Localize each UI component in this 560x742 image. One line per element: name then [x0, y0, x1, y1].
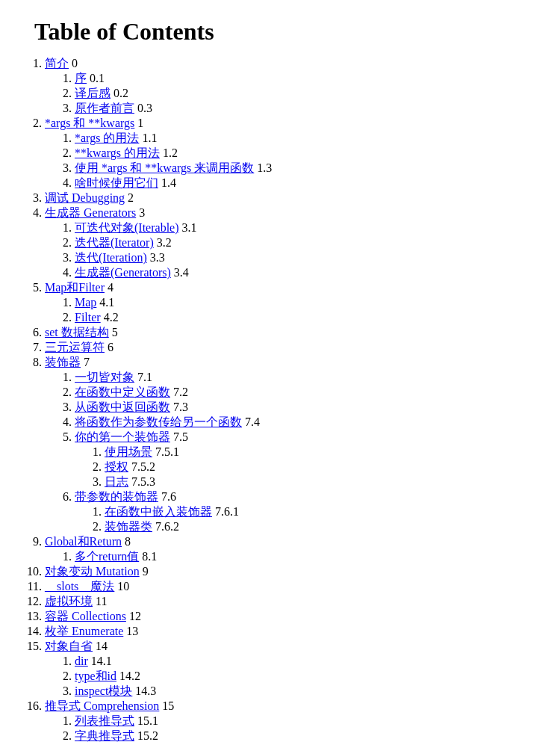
toc-item: 列表推导式 15.1 — [75, 714, 545, 729]
toc-link[interactable]: 在函数中嵌入装饰器 — [105, 505, 212, 518]
toc-link[interactable]: **kwargs 的用法 — [75, 146, 160, 159]
toc-list: 简介 0序 0.1译后感 0.2原作者前言 0.3*args 和 **kwarg… — [15, 56, 545, 742]
toc-item: dir 14.1 — [75, 654, 545, 669]
toc-link[interactable]: 将函数作为参数传给另一个函数 — [75, 415, 242, 428]
toc-number: 14 — [93, 640, 108, 652]
toc-number: 15.1 — [134, 714, 158, 727]
toc-sublist: 在函数中嵌入装饰器 7.6.1装饰器类 7.6.2 — [75, 504, 545, 534]
toc-number: 3 — [136, 206, 145, 219]
toc-number: 12 — [126, 610, 141, 622]
toc-number: 7.5.2 — [128, 460, 155, 473]
toc-link[interactable]: *args 和 **kwargs — [45, 117, 134, 129]
toc-item: 容器 Collections 12 — [45, 609, 545, 624]
toc-number: 0.3 — [134, 102, 152, 114]
toc-link[interactable]: 调试 Debugging — [45, 191, 125, 204]
toc-number: 3.1 — [179, 221, 197, 234]
toc-number: 10 — [114, 580, 129, 593]
toc-item: 从函数中返回函数 7.3 — [75, 400, 545, 415]
toc-number: 7.2 — [170, 386, 188, 398]
toc-item: Global和Return 8多个return值 8.1 — [45, 534, 545, 564]
toc-number: 2 — [125, 191, 134, 204]
toc-number: 0.2 — [111, 87, 128, 99]
toc-link[interactable]: 装饰器 — [45, 356, 81, 368]
toc-link[interactable]: 多个return值 — [75, 550, 139, 563]
toc-number: 7.6 — [158, 490, 176, 503]
toc-sublist: 序 0.1译后感 0.2原作者前言 0.3 — [45, 71, 545, 116]
toc-item: 可迭代对象(Iterable) 3.1 — [75, 220, 545, 235]
toc-link[interactable]: 容器 Collections — [45, 610, 126, 622]
toc-link[interactable]: 虚拟环境 — [45, 595, 93, 607]
toc-link[interactable]: 列表推导式 — [75, 714, 134, 727]
toc-link[interactable]: 三元运算符 — [45, 341, 105, 353]
toc-link[interactable]: 使用场景 — [105, 445, 152, 458]
toc-link[interactable]: Map和Filter — [45, 281, 105, 294]
toc-item: 生成器 Generators 3可迭代对象(Iterable) 3.1迭代器(I… — [45, 205, 545, 280]
toc-link[interactable]: 推导式 Comprehension — [45, 699, 159, 712]
toc-number: 8.1 — [139, 550, 157, 563]
toc-item: 装饰器类 7.6.2 — [105, 519, 545, 534]
toc-link[interactable]: 译后感 — [75, 87, 111, 99]
toc-link[interactable]: 简介 — [45, 57, 69, 69]
toc-link[interactable]: Filter — [75, 311, 101, 324]
toc-link[interactable]: 从函数中返回函数 — [75, 401, 170, 413]
toc-link[interactable]: 日志 — [105, 475, 128, 488]
toc-link[interactable]: 对象变动 Mutation — [45, 565, 140, 578]
toc-link[interactable]: __slots__魔法 — [45, 580, 114, 593]
toc-number: 14.3 — [132, 684, 156, 697]
toc-link[interactable]: 带参数的装饰器 — [75, 490, 158, 503]
toc-sublist: 可迭代对象(Iterable) 3.1迭代器(Iterator) 3.2迭代(I… — [45, 220, 545, 280]
toc-number: 7.4 — [242, 415, 260, 428]
toc-link[interactable]: *args 的用法 — [75, 132, 139, 144]
toc-number: 14.2 — [116, 670, 140, 682]
toc-item: 推导式 Comprehension 15列表推导式 15.1字典推导式 15.2… — [45, 699, 545, 742]
toc-number: 1.4 — [158, 176, 176, 189]
toc-link[interactable]: 枚举 Enumerate — [45, 625, 123, 637]
toc-link[interactable]: 使用 *args 和 **kwargs 来调用函数 — [75, 161, 254, 174]
toc-item: 使用场景 7.5.1 — [105, 445, 545, 460]
toc-link[interactable]: 生成器(Generators) — [75, 266, 171, 279]
toc-number: 1 — [134, 117, 143, 129]
toc-item: 迭代器(Iterator) 3.2 — [75, 235, 545, 250]
toc-link[interactable]: Map — [75, 296, 96, 309]
toc-link[interactable]: 一切皆对象 — [75, 371, 134, 383]
toc-item: 序 0.1 — [75, 71, 545, 86]
toc-link[interactable]: set 数据结构 — [45, 326, 109, 338]
toc-item: 使用 *args 和 **kwargs 来调用函数 1.3 — [75, 161, 545, 176]
toc-number: 3.3 — [147, 251, 165, 264]
toc-link[interactable]: 字典推导式 — [75, 729, 134, 742]
toc-number: 7.3 — [170, 401, 188, 413]
toc-link[interactable]: 在函数中定义函数 — [75, 386, 170, 398]
toc-number: 6 — [105, 341, 113, 353]
toc-link[interactable]: 原作者前言 — [75, 102, 134, 114]
toc-link[interactable]: type和id — [75, 670, 116, 682]
toc-number: 7.1 — [134, 371, 152, 383]
toc-link[interactable]: 迭代器(Iterator) — [75, 236, 154, 249]
toc-link[interactable]: Global和Return — [45, 535, 122, 548]
toc-item: 一切皆对象 7.1 — [75, 370, 545, 385]
toc-number: 7.5.3 — [128, 475, 155, 488]
toc-item: 授权 7.5.2 — [105, 460, 545, 474]
toc-sublist: 多个return值 8.1 — [45, 549, 545, 564]
toc-link[interactable]: 你的第一个装饰器 — [75, 430, 170, 443]
toc-link[interactable]: 授权 — [105, 460, 128, 473]
toc-item: 你的第一个装饰器 7.5使用场景 7.5.1授权 7.5.2日志 7.5.3 — [75, 430, 545, 489]
toc-link[interactable]: 啥时候使用它们 — [75, 176, 158, 189]
toc-item: 啥时候使用它们 1.4 — [75, 176, 545, 191]
toc-link[interactable]: 序 — [75, 72, 87, 84]
toc-link[interactable]: 生成器 Generators — [45, 206, 136, 219]
toc-link[interactable]: 对象自省 — [45, 640, 93, 652]
toc-item: Map 4.1 — [75, 295, 545, 310]
toc-link[interactable]: 迭代(Iteration) — [75, 251, 147, 264]
toc-link[interactable]: dir — [75, 655, 88, 667]
toc-link[interactable]: inspect模块 — [75, 684, 132, 697]
toc-item: *args 的用法 1.1 — [75, 131, 545, 146]
toc-number: 7 — [81, 356, 90, 368]
toc-number: 3.2 — [154, 236, 172, 249]
toc-link[interactable]: 可迭代对象(Iterable) — [75, 221, 179, 234]
toc-item: set 数据结构 5 — [45, 325, 545, 340]
toc-item: Filter 4.2 — [75, 310, 545, 325]
toc-item: 对象自省 14dir 14.1type和id 14.2inspect模块 14.… — [45, 639, 545, 699]
toc-item: Map和Filter 4Map 4.1Filter 4.2 — [45, 280, 545, 325]
toc-link[interactable]: 装饰器类 — [105, 520, 152, 533]
toc-item: type和id 14.2 — [75, 669, 545, 684]
